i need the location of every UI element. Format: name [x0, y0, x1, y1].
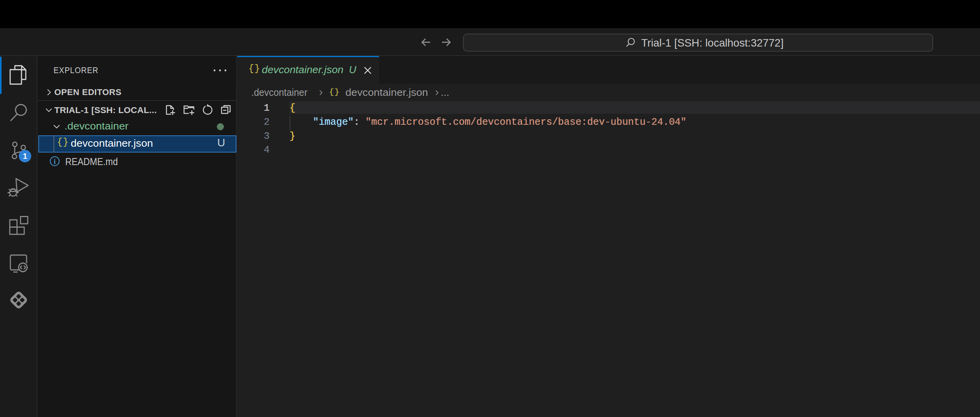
svg-text:i: i — [54, 158, 55, 165]
